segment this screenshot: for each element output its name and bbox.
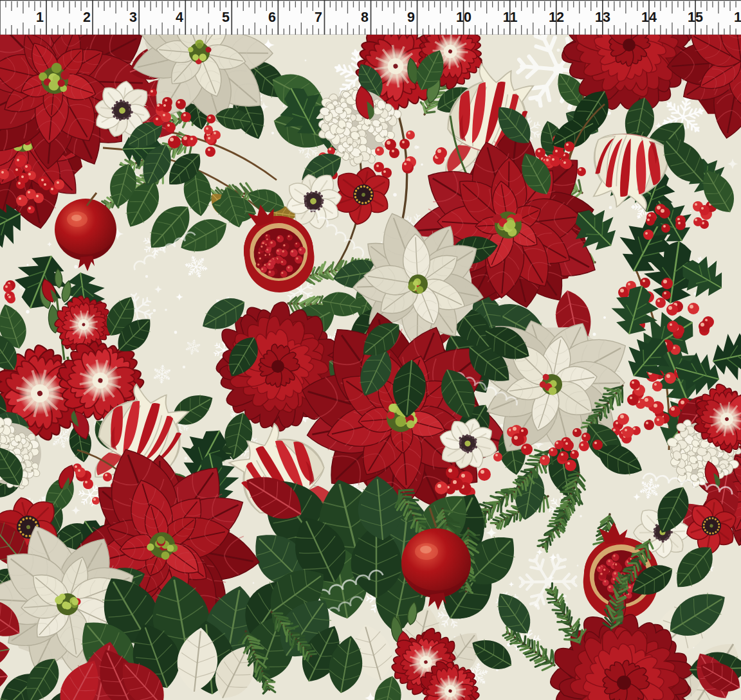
svg-text:13: 13 bbox=[595, 10, 610, 25]
svg-text:9: 9 bbox=[407, 10, 415, 25]
svg-text:15: 15 bbox=[688, 10, 703, 25]
svg-text:8: 8 bbox=[361, 10, 369, 25]
svg-text:14: 14 bbox=[641, 10, 657, 25]
svg-text:12: 12 bbox=[549, 10, 564, 25]
svg-text:3: 3 bbox=[129, 10, 137, 25]
svg-text:1: 1 bbox=[36, 10, 44, 25]
svg-text:5: 5 bbox=[222, 10, 230, 25]
svg-text:7: 7 bbox=[315, 10, 322, 25]
svg-text:11: 11 bbox=[503, 10, 518, 25]
svg-text:10: 10 bbox=[456, 10, 471, 25]
svg-text:2: 2 bbox=[83, 10, 91, 25]
svg-text:16: 16 bbox=[734, 10, 741, 25]
svg-text:4: 4 bbox=[176, 10, 183, 25]
svg-text:6: 6 bbox=[268, 10, 276, 25]
